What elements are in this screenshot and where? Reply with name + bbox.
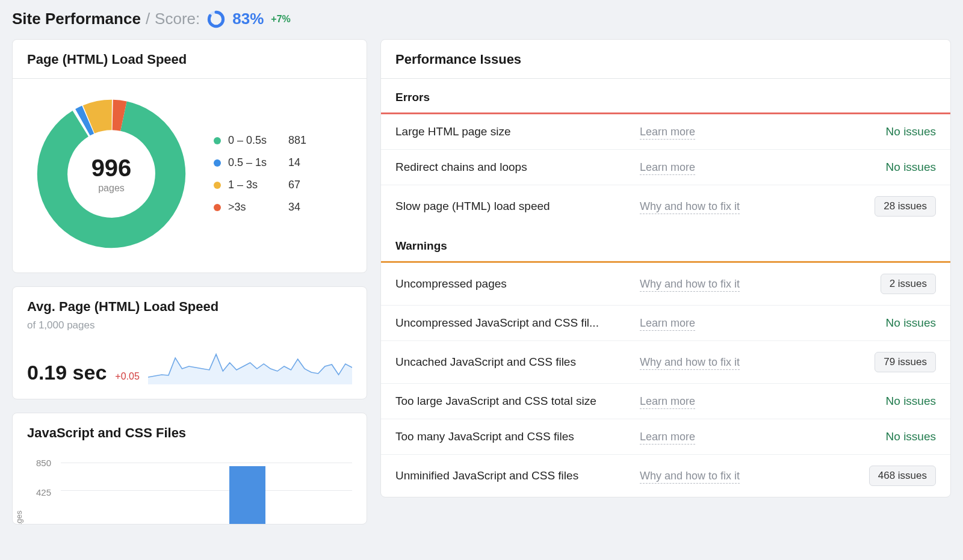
no-issues-label: No issues bbox=[886, 161, 936, 173]
legend-value: 34 bbox=[288, 201, 317, 214]
issue-help-link[interactable]: Learn more bbox=[640, 430, 695, 445]
issue-name: Uncompressed JavaScript and CSS fil... bbox=[395, 316, 630, 330]
card-subtitle: of 1,000 pages bbox=[27, 319, 352, 331]
issue-row: Uncompressed pagesWhy and how to fix it2… bbox=[381, 263, 950, 306]
issue-status: No issues bbox=[788, 316, 936, 330]
avg-delta: +0.05 bbox=[115, 371, 139, 384]
issue-link-wrap: Why and how to fix it bbox=[640, 200, 778, 213]
score-ring-icon bbox=[207, 10, 225, 28]
donut-legend: 0 – 0.5s 881 0.5 – 1s 14 1 – 3s 67 bbox=[214, 134, 317, 214]
issue-status: No issues bbox=[788, 125, 936, 138]
issue-name: Redirect chains and loops bbox=[395, 161, 630, 174]
card-title: JavaScript and CSS Files bbox=[27, 425, 352, 441]
legend-item: 0.5 – 1s 14 bbox=[214, 156, 317, 169]
issue-status: 28 issues bbox=[788, 196, 936, 217]
legend-label: 1 – 3s bbox=[228, 179, 281, 191]
issue-link-wrap: Why and how to fix it bbox=[640, 278, 778, 291]
issue-name: Slow page (HTML) load speed bbox=[395, 200, 630, 213]
legend-value: 14 bbox=[288, 156, 317, 169]
no-issues-label: No issues bbox=[886, 125, 936, 138]
bar bbox=[229, 466, 265, 524]
issues-group-errors: Errors bbox=[381, 79, 950, 112]
legend-label: 0 – 0.5s bbox=[228, 134, 281, 147]
issue-help-link[interactable]: Why and how to fix it bbox=[640, 200, 740, 214]
issue-status: No issues bbox=[788, 430, 936, 443]
issue-status: 468 issues bbox=[788, 466, 936, 486]
card-js-css-files: JavaScript and CSS Files 850 425 ages bbox=[12, 413, 367, 525]
issue-count-badge[interactable]: 2 issues bbox=[881, 274, 936, 294]
issue-row: Uncached JavaScript and CSS filesWhy and… bbox=[381, 341, 950, 384]
card-title: Performance Issues bbox=[395, 52, 936, 67]
score-delta: +7% bbox=[271, 14, 290, 25]
issue-link-wrap: Learn more bbox=[640, 161, 778, 174]
issue-status: No issues bbox=[788, 161, 936, 174]
legend-label: >3s bbox=[228, 201, 281, 214]
legend-item: 0 – 0.5s 881 bbox=[214, 134, 317, 147]
issue-row: Uncompressed JavaScript and CSS fil...Le… bbox=[381, 306, 950, 341]
avg-value: 0.19 sec bbox=[27, 361, 107, 384]
page-header: Site Performance / Score: 83% +7% bbox=[12, 10, 951, 28]
y-axis-label: ages bbox=[14, 511, 23, 525]
legend-value: 881 bbox=[288, 134, 317, 147]
donut-total: 996 bbox=[91, 155, 132, 182]
issues-group-warnings: Warnings bbox=[381, 227, 950, 261]
sparkline-chart bbox=[148, 348, 352, 384]
issue-count-badge[interactable]: 79 issues bbox=[875, 352, 936, 372]
card-load-speed: Page (HTML) Load Speed bbox=[12, 39, 367, 273]
legend-item: 1 – 3s 67 bbox=[214, 179, 317, 191]
issue-count-badge[interactable]: 28 issues bbox=[875, 196, 936, 217]
issue-link-wrap: Learn more bbox=[640, 431, 778, 443]
issue-row: Unminified JavaScript and CSS filesWhy a… bbox=[381, 455, 950, 497]
donut-total-label: pages bbox=[98, 183, 125, 194]
issue-row: Too many JavaScript and CSS filesLearn m… bbox=[381, 419, 950, 455]
issue-row: Slow page (HTML) load speedWhy and how t… bbox=[381, 185, 950, 227]
issue-help-link[interactable]: Learn more bbox=[640, 395, 695, 409]
issue-link-wrap: Why and how to fix it bbox=[640, 470, 778, 482]
legend-item: >3s 34 bbox=[214, 201, 317, 214]
issue-count-badge[interactable]: 468 issues bbox=[869, 466, 936, 486]
bar-chart: 850 425 ages bbox=[13, 452, 367, 524]
issue-help-link[interactable]: Why and how to fix it bbox=[640, 469, 740, 484]
issue-status: 79 issues bbox=[788, 352, 936, 372]
legend-label: 0.5 – 1s bbox=[228, 156, 281, 169]
legend-dot-icon bbox=[214, 137, 221, 144]
page-title: Site Performance bbox=[12, 10, 141, 28]
issue-name: Too many JavaScript and CSS files bbox=[395, 430, 630, 443]
issue-status: No issues bbox=[788, 395, 936, 408]
legend-value: 67 bbox=[288, 179, 317, 191]
card-avg-load-speed: Avg. Page (HTML) Load Speed of 1,000 pag… bbox=[12, 286, 367, 399]
issue-link-wrap: Learn more bbox=[640, 395, 778, 408]
legend-dot-icon bbox=[214, 204, 221, 211]
legend-dot-icon bbox=[214, 159, 221, 167]
card-title: Avg. Page (HTML) Load Speed bbox=[27, 299, 352, 315]
issue-help-link[interactable]: Why and how to fix it bbox=[640, 355, 740, 370]
issue-help-link[interactable]: Learn more bbox=[640, 125, 695, 140]
no-issues-label: No issues bbox=[886, 395, 936, 407]
issue-name: Large HTML page size bbox=[395, 125, 630, 138]
legend-dot-icon bbox=[214, 182, 221, 189]
no-issues-label: No issues bbox=[886, 430, 936, 443]
issue-help-link[interactable]: Why and how to fix it bbox=[640, 277, 740, 292]
donut-chart: 996 pages bbox=[27, 90, 196, 258]
issue-name: Too large JavaScript and CSS total size bbox=[395, 395, 630, 408]
errors-list: Large HTML page sizeLearn moreNo issuesR… bbox=[381, 114, 950, 227]
score-value: 83% bbox=[232, 10, 264, 28]
issue-help-link[interactable]: Learn more bbox=[640, 161, 695, 175]
breadcrumb-separator: / bbox=[146, 10, 150, 28]
issue-name: Uncompressed pages bbox=[395, 277, 630, 291]
issue-name: Unminified JavaScript and CSS files bbox=[395, 469, 630, 482]
issue-link-wrap: Why and how to fix it bbox=[640, 356, 778, 369]
score-label: Score: bbox=[155, 10, 200, 28]
issue-link-wrap: Learn more bbox=[640, 126, 778, 138]
issue-help-link[interactable]: Learn more bbox=[640, 316, 695, 331]
issue-row: Too large JavaScript and CSS total sizeL… bbox=[381, 384, 950, 419]
issue-status: 2 issues bbox=[788, 274, 936, 294]
issue-row: Redirect chains and loopsLearn moreNo is… bbox=[381, 150, 950, 185]
warnings-list: Uncompressed pagesWhy and how to fix it2… bbox=[381, 263, 950, 497]
no-issues-label: No issues bbox=[886, 316, 936, 329]
y-tick: 425 bbox=[27, 487, 51, 497]
y-tick: 850 bbox=[27, 458, 51, 468]
issue-row: Large HTML page sizeLearn moreNo issues bbox=[381, 114, 950, 150]
issue-link-wrap: Learn more bbox=[640, 317, 778, 330]
card-title: Page (HTML) Load Speed bbox=[27, 52, 352, 67]
